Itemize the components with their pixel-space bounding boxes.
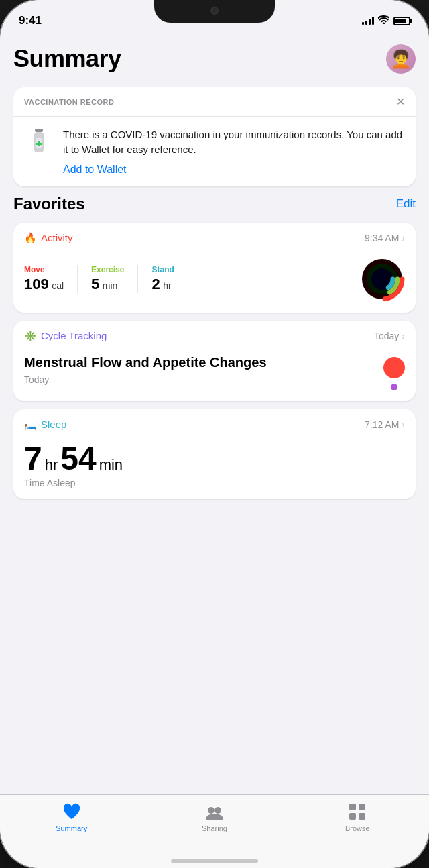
signal-icon xyxy=(362,17,374,25)
activity-card-header: 🔥 Activity 9:34 AM › xyxy=(13,223,416,251)
status-time: 9:41 xyxy=(19,14,42,28)
cycle-dots xyxy=(383,354,405,390)
sleep-card-header: 🛏️ Sleep 7:12 AM › xyxy=(13,409,416,437)
cycle-body: Menstrual Flow and Appetite Changes Toda… xyxy=(13,349,416,401)
wifi-icon xyxy=(378,15,389,26)
svg-rect-0 xyxy=(35,129,43,132)
favorites-section-header: Favorites Edit xyxy=(13,195,416,213)
svg-point-11 xyxy=(208,807,214,814)
phone-frame: 9:41 xyxy=(0,0,429,868)
svg-point-12 xyxy=(214,807,221,814)
activity-ring xyxy=(359,256,405,302)
activity-card[interactable]: 🔥 Activity 9:34 AM › Move 109 xyxy=(13,223,416,313)
activity-body: Move 109 cal Exercise 5 min xyxy=(13,251,416,313)
chevron-right-icon: › xyxy=(402,419,405,430)
sharing-tab-label: Sharing xyxy=(202,824,227,832)
cycle-time: Today › xyxy=(374,331,405,341)
vaccination-card-header: VACCINATION RECORD ✕ xyxy=(13,87,416,117)
page-title: Summary xyxy=(13,45,121,73)
sleep-label: Time Asleep xyxy=(24,478,405,488)
tab-sharing[interactable]: Sharing xyxy=(143,802,286,832)
sleep-title: 🛏️ Sleep xyxy=(24,419,66,431)
favorites-title: Favorites xyxy=(13,195,85,213)
vaccination-label: VACCINATION RECORD xyxy=(24,98,114,106)
sleep-hours-unit: hr xyxy=(45,456,58,474)
avatar[interactable]: 🧑‍🦱 xyxy=(386,44,416,74)
move-unit: cal xyxy=(52,280,64,291)
home-indicator xyxy=(171,859,258,863)
svg-rect-4 xyxy=(36,143,42,145)
sleep-minutes-unit: min xyxy=(99,456,123,474)
activity-stats: Move 109 cal Exercise 5 min xyxy=(24,265,359,293)
exercise-stat: Exercise 5 min xyxy=(91,265,138,293)
exercise-unit: min xyxy=(103,280,118,291)
camera xyxy=(210,7,219,15)
vaccination-body: There is a COVID-19 vaccination in your … xyxy=(13,117,416,186)
vaccination-card: VACCINATION RECORD ✕ xyxy=(13,87,416,186)
scroll-content[interactable]: Summary 🧑‍🦱 VACCINATION RECORD ✕ xyxy=(0,34,429,868)
activity-title: 🔥 Activity xyxy=(24,232,73,244)
vaccination-text: There is a COVID-19 vaccination in your … xyxy=(63,127,405,176)
battery-icon xyxy=(393,17,410,25)
move-value: 109 cal xyxy=(24,276,64,293)
svg-rect-16 xyxy=(359,813,365,820)
tab-browse[interactable]: Browse xyxy=(286,802,429,832)
page-header: Summary 🧑‍🦱 xyxy=(13,34,416,87)
phone-screen: 9:41 xyxy=(0,0,429,868)
summary-tab-label: Summary xyxy=(56,824,87,832)
activity-time: 9:34 AM › xyxy=(365,233,405,243)
stand-unit: hr xyxy=(163,280,171,291)
exercise-value: 5 min xyxy=(91,276,124,293)
cycle-card-header: ✳️ Cycle Tracking Today › xyxy=(13,321,416,349)
flame-icon: 🔥 xyxy=(24,232,37,244)
edit-button[interactable]: Edit xyxy=(396,197,416,211)
cycle-info: Menstrual Flow and Appetite Changes Toda… xyxy=(24,354,383,385)
cycle-card[interactable]: ✳️ Cycle Tracking Today › Menstrual Flow… xyxy=(13,321,416,401)
browse-tab-label: Browse xyxy=(345,824,370,832)
flow-dot xyxy=(383,357,405,378)
browse-icon xyxy=(347,802,367,822)
sharing-icon xyxy=(204,802,225,822)
sleep-time: 7:12 AM › xyxy=(365,419,405,430)
vaccination-description: There is a COVID-19 vaccination in your … xyxy=(63,127,405,157)
add-to-wallet-link[interactable]: Add to Wallet xyxy=(63,164,127,175)
stand-stat: Stand 2 hr xyxy=(151,265,187,293)
sleep-icon: 🛏️ xyxy=(24,419,37,431)
vaccine-icon xyxy=(24,127,54,157)
cycle-icon: ✳️ xyxy=(24,330,37,342)
chevron-right-icon: › xyxy=(402,233,405,243)
sleep-body: 7 hr 54 min Time Asleep xyxy=(13,437,416,499)
svg-rect-13 xyxy=(349,804,356,810)
sleep-duration: 7 hr 54 min xyxy=(24,443,405,475)
stand-label: Stand xyxy=(151,265,174,274)
move-stat: Move 109 cal xyxy=(24,265,78,293)
tab-summary[interactable]: Summary xyxy=(0,802,143,832)
exercise-label: Exercise xyxy=(91,265,124,274)
cycle-date: Today xyxy=(24,374,383,385)
cycle-title: ✳️ Cycle Tracking xyxy=(24,330,107,342)
cycle-description: Menstrual Flow and Appetite Changes xyxy=(24,354,383,370)
notch xyxy=(154,0,275,23)
symptom-dot xyxy=(391,384,397,390)
close-button[interactable]: ✕ xyxy=(396,95,405,108)
status-icons xyxy=(362,15,410,26)
svg-rect-15 xyxy=(349,813,356,820)
move-label: Move xyxy=(24,265,64,274)
sleep-card[interactable]: 🛏️ Sleep 7:12 AM › 7 hr 54 min T xyxy=(13,409,416,499)
heart-icon xyxy=(62,802,82,822)
sleep-hours: 7 xyxy=(24,443,42,475)
svg-rect-14 xyxy=(359,804,365,810)
chevron-right-icon: › xyxy=(402,331,405,341)
sleep-minutes: 54 xyxy=(60,443,96,475)
tab-bar: Summary Sharing xyxy=(0,794,429,868)
stand-value: 2 hr xyxy=(151,276,174,293)
